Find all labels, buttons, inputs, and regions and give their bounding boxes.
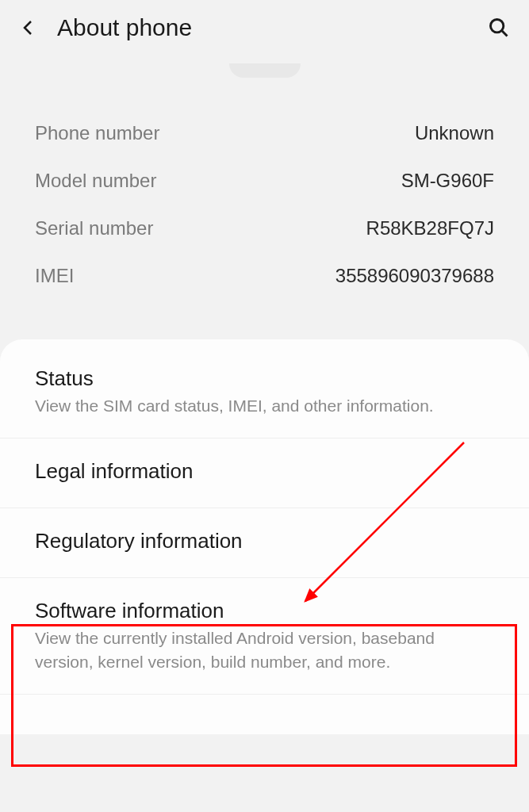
status-menu-item[interactable]: Status View the SIM card status, IMEI, a…: [0, 339, 529, 439]
regulatory-menu-item[interactable]: Regulatory information: [0, 508, 529, 578]
svg-line-1: [502, 31, 507, 36]
software-subtitle: View the currently installed Android ver…: [35, 626, 494, 673]
software-menu-item[interactable]: Software information View the currently …: [0, 578, 529, 695]
menu-section: Status View the SIM card status, IMEI, a…: [0, 339, 529, 734]
serial-number-value: R58KB28FQ7J: [366, 217, 494, 239]
back-icon[interactable]: [19, 18, 38, 37]
regulatory-title: Regulatory information: [35, 529, 494, 553]
svg-point-0: [491, 20, 504, 33]
phone-number-value: Unknown: [415, 122, 494, 144]
legal-menu-item[interactable]: Legal information: [0, 439, 529, 508]
serial-number-row[interactable]: Serial number R58KB28FQ7J: [35, 205, 494, 252]
search-icon[interactable]: [488, 17, 510, 39]
model-number-row[interactable]: Model number SM-G960F: [35, 157, 494, 205]
serial-number-label: Serial number: [35, 217, 153, 239]
phone-number-row[interactable]: Phone number Unknown: [35, 109, 494, 157]
software-title: Software information: [35, 599, 494, 623]
page-title: About phone: [57, 14, 488, 41]
model-number-label: Model number: [35, 170, 156, 192]
status-title: Status: [35, 366, 494, 391]
device-info-section: Phone number Unknown Model number SM-G96…: [0, 94, 529, 324]
legal-title: Legal information: [35, 459, 494, 484]
phone-image-stub: [229, 63, 301, 78]
status-subtitle: View the SIM card status, IMEI, and othe…: [35, 394, 494, 417]
model-number-value: SM-G960F: [401, 170, 494, 192]
header-bar: About phone: [0, 0, 529, 56]
imei-label: IMEI: [35, 265, 74, 287]
imei-value: 355896090379688: [335, 265, 494, 287]
phone-image-area: [0, 56, 529, 94]
imei-row[interactable]: IMEI 355896090379688: [35, 252, 494, 300]
phone-number-label: Phone number: [35, 122, 159, 144]
